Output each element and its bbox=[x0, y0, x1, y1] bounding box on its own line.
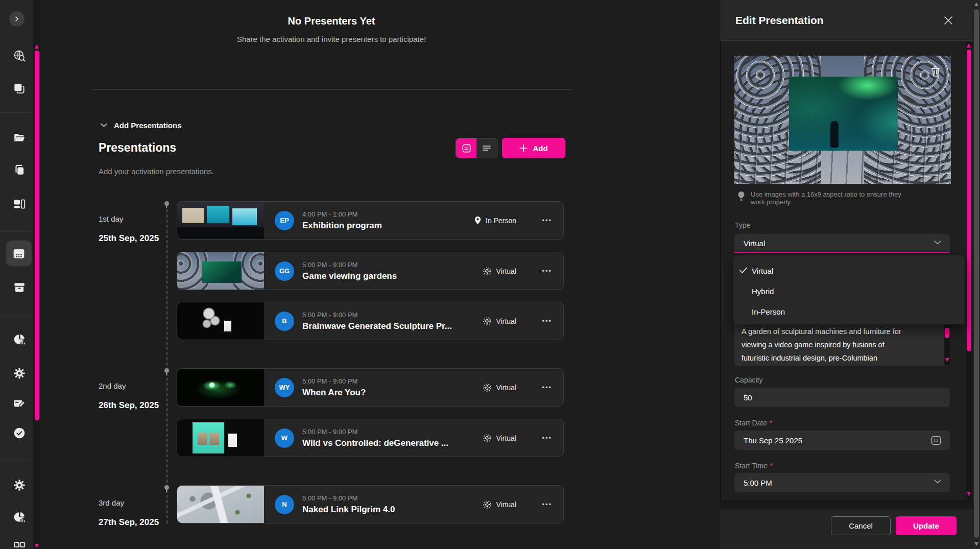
calendar-view-button[interactable] bbox=[456, 138, 476, 158]
more-options-button[interactable]: ••• bbox=[542, 500, 552, 508]
description-line: A garden of sculptural machines and furn… bbox=[742, 325, 936, 338]
mode-label: Virtual bbox=[496, 317, 516, 325]
sidebar-scroll-thumb[interactable] bbox=[35, 51, 39, 420]
start-date-input[interactable]: Thu Sep 25 2025 bbox=[734, 431, 950, 450]
sidebar-scroll-down-arrow[interactable] bbox=[35, 544, 39, 548]
cancel-button[interactable]: Cancel bbox=[831, 516, 891, 535]
timeline-dot bbox=[164, 201, 169, 206]
sidebar-item-tasks[interactable] bbox=[12, 426, 27, 440]
sidebar-item-registration[interactable] bbox=[12, 396, 27, 411]
more-options-button[interactable]: ••• bbox=[542, 317, 552, 325]
add-presentations-collapse[interactable]: Add Presentations bbox=[100, 120, 182, 131]
copy-icon bbox=[13, 163, 26, 177]
close-icon bbox=[943, 15, 953, 26]
presentation-card[interactable]: EP 4:00 PM - 1:00 PM Exhibition program … bbox=[177, 201, 564, 240]
sidebar-item-apps[interactable] bbox=[12, 540, 27, 549]
chevron-down-icon bbox=[100, 123, 108, 128]
plus-icon bbox=[519, 144, 528, 152]
description-scroll-thumb[interactable] bbox=[945, 328, 949, 338]
panel-scrollbar[interactable] bbox=[966, 42, 972, 499]
sidebar-divider bbox=[0, 112, 32, 113]
sidebar-item-analytics[interactable] bbox=[12, 332, 27, 347]
image-hint-text: Use images with a 16x9 aspect ratio to e… bbox=[751, 190, 905, 206]
description-scrollbar[interactable] bbox=[944, 324, 950, 365]
sidebar-item-preferences[interactable] bbox=[12, 478, 27, 492]
type-label: Type bbox=[735, 221, 750, 229]
capacity-value: 50 bbox=[744, 393, 752, 402]
day-date: 26th Sep, 2025 bbox=[99, 400, 159, 411]
close-button[interactable] bbox=[943, 15, 953, 26]
type-select[interactable]: Virtual bbox=[734, 234, 950, 253]
capacity-input[interactable]: 50 bbox=[734, 388, 950, 407]
panel-title: Edit Presentation bbox=[735, 14, 824, 27]
type-option-in-person[interactable]: In-Person bbox=[733, 301, 965, 322]
update-button[interactable]: Update bbox=[896, 516, 957, 535]
add-button-label: Add bbox=[533, 144, 547, 153]
add-presentation-button[interactable]: Add bbox=[502, 138, 565, 158]
sidebar-item-pages[interactable] bbox=[12, 163, 27, 177]
sidebar-item-media[interactable] bbox=[12, 197, 27, 211]
page-scroll-thumb[interactable] bbox=[974, 9, 979, 538]
option-label: Virtual bbox=[752, 267, 773, 275]
start-date-value: Thu Sep 25 2025 bbox=[744, 436, 802, 445]
presentation-avatar: WY bbox=[275, 378, 294, 397]
presentation-time: 5:00 PM - 9:00 PM bbox=[302, 428, 448, 436]
panel-scroll-thumb[interactable] bbox=[967, 50, 971, 351]
start-time-input[interactable]: 5:00 PM bbox=[734, 473, 950, 492]
mode-label: Virtual bbox=[496, 500, 516, 509]
presentation-thumbnail bbox=[177, 419, 264, 457]
presentation-mode: Virtual bbox=[483, 434, 516, 443]
page-scroll-up-arrow[interactable] bbox=[974, 3, 978, 6]
sidebar-item-collections[interactable] bbox=[12, 82, 27, 96]
cover-art-screen bbox=[789, 77, 898, 151]
more-options-button[interactable]: ••• bbox=[542, 267, 552, 275]
presentation-card[interactable]: W 5:00 PM - 9:00 PM Wild vs Controlled: … bbox=[177, 419, 564, 457]
presentation-card[interactable]: WY 5:00 PM - 9:00 PM When Are You? Virtu… bbox=[177, 368, 564, 407]
required-asterisk: * bbox=[770, 419, 772, 427]
sidebar-scroll-up-arrow[interactable] bbox=[35, 44, 39, 49]
presentation-mode: Virtual bbox=[483, 317, 516, 326]
presentation-avatar: EP bbox=[275, 211, 294, 230]
more-options-button[interactable]: ••• bbox=[542, 217, 552, 224]
option-label: Hybrid bbox=[752, 287, 774, 296]
panel-scroll-up-arrow[interactable] bbox=[967, 43, 971, 47]
presentation-title: When Are You? bbox=[302, 388, 366, 398]
presentation-avatar: GG bbox=[275, 261, 294, 281]
panel-scroll-down-arrow[interactable] bbox=[967, 492, 971, 496]
sidebar-item-settings[interactable] bbox=[12, 366, 27, 380]
delete-image-button[interactable] bbox=[930, 66, 942, 77]
mode-label: Virtual bbox=[496, 384, 516, 392]
page-scrollbar[interactable] bbox=[973, 0, 980, 549]
globe-search-icon bbox=[13, 49, 26, 62]
sidebar-item-files[interactable] bbox=[12, 131, 27, 145]
description-textarea[interactable]: A garden of sculptural machines and furn… bbox=[734, 323, 950, 366]
presentation-time: 5:00 PM - 9:00 PM bbox=[302, 494, 395, 502]
presentation-thumbnail bbox=[177, 252, 264, 290]
type-option-virtual[interactable]: Virtual bbox=[733, 260, 965, 281]
more-options-button[interactable]: ••• bbox=[542, 384, 552, 391]
folder-icon bbox=[13, 131, 26, 145]
start-date-label: Start Date* bbox=[735, 419, 772, 427]
presentation-card[interactable]: N 5:00 PM - 9:00 PM Naked Link Pilgrim 4… bbox=[177, 485, 564, 523]
section-divider bbox=[92, 89, 571, 90]
list-view-button[interactable] bbox=[476, 138, 497, 158]
presentation-card[interactable]: B 5:00 PM - 9:00 PM Brainwave Generated … bbox=[177, 302, 564, 340]
presentation-cover-image bbox=[734, 56, 951, 184]
page-title: Presentations bbox=[99, 141, 176, 155]
sidebar-item-reports[interactable] bbox=[12, 510, 27, 524]
grid-view-icon bbox=[462, 144, 471, 153]
presentation-card[interactable]: GG 5:00 PM - 9:00 PM Game viewing garden… bbox=[177, 252, 564, 290]
type-option-hybrid[interactable]: Hybrid bbox=[733, 281, 965, 301]
page-subtitle: Add your activation presentations. bbox=[99, 167, 214, 176]
presentation-thumbnail bbox=[177, 302, 264, 340]
description-line: futuristic industrial design, pre-Columb… bbox=[742, 351, 936, 365]
sidebar-item-discover[interactable] bbox=[12, 49, 27, 63]
sidebar-item-archive[interactable] bbox=[12, 280, 27, 295]
page-scroll-down-arrow[interactable] bbox=[974, 542, 978, 546]
more-options-button[interactable]: ••• bbox=[542, 434, 552, 442]
presentation-thumbnail bbox=[177, 486, 264, 523]
presentation-mode: Virtual bbox=[483, 383, 516, 392]
virtual-360-icon bbox=[483, 383, 492, 392]
description-scroll-down-arrow[interactable] bbox=[945, 358, 949, 362]
sidebar-expand-button[interactable] bbox=[9, 11, 25, 27]
